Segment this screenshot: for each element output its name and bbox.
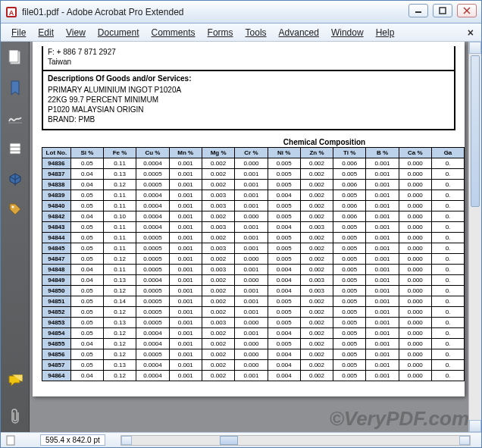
maximize-button[interactable]: [433, 4, 452, 17]
lot-cell: 94848: [42, 265, 71, 275]
value-cell: 0.003: [300, 275, 333, 286]
pdf-page: F: + 886 7 871 2927 Taiwan Descriptions …: [33, 42, 465, 396]
pages-panel-icon[interactable]: [7, 49, 23, 66]
table-row: 948470.050.120.00050.0010.0020.0000.0050…: [42, 254, 465, 265]
layers-icon[interactable]: [7, 140, 23, 157]
tag-icon[interactable]: [7, 201, 23, 218]
menu-forms[interactable]: Forms: [202, 26, 239, 39]
value-cell: 0.002: [300, 169, 333, 180]
attachment-icon[interactable]: [7, 408, 23, 425]
value-cell: 0.006: [333, 211, 366, 222]
value-cell: 0.05: [70, 190, 103, 201]
value-cell: 0.001: [366, 328, 399, 339]
value-cell: 0.001: [366, 201, 399, 211]
value-cell: 0.001: [169, 307, 202, 318]
table-header: Cr %: [235, 148, 268, 158]
value-cell: 0.12: [103, 254, 136, 265]
value-cell: 0.005: [333, 275, 366, 286]
value-cell: 0.05: [70, 243, 103, 254]
value-cell: 0.001: [366, 254, 399, 265]
value-cell: 0.12: [103, 180, 136, 190]
hscroll-thumb[interactable]: [220, 436, 238, 445]
lot-cell: 94849: [42, 275, 71, 286]
table-row: 948560.050.120.00050.0010.0020.0000.0040…: [42, 349, 465, 360]
table-title: Chemical Composition: [33, 138, 465, 146]
minimize-button[interactable]: [408, 4, 428, 17]
value-cell: 0.001: [169, 254, 202, 265]
scroll-up-arrow[interactable]: [469, 42, 481, 54]
value-cell: 0.001: [235, 371, 268, 381]
value-cell: 0.001: [366, 360, 399, 371]
lot-cell: 94853: [42, 318, 71, 328]
table-row: 948380.040.120.00050.0010.0020.0010.0050…: [42, 180, 465, 190]
value-cell: 0.11: [103, 243, 136, 254]
table-header: Ti %: [333, 148, 366, 158]
menu-document[interactable]: Document: [92, 26, 146, 39]
lot-cell: 94850: [42, 286, 71, 296]
menu-window[interactable]: Window: [325, 26, 370, 39]
value-cell: 0.05: [70, 222, 103, 233]
value-cell: 0.000: [399, 233, 431, 243]
menu-edit[interactable]: Edit: [32, 26, 60, 39]
hscroll-right-arrow[interactable]: [459, 436, 470, 445]
value-cell: 0.005: [333, 318, 366, 328]
value-cell: 0.002: [202, 349, 234, 360]
title-bar: A file01.pdf - Adobe Acrobat Pro Extende…: [1, 1, 481, 23]
value-cell: 0.04: [70, 180, 103, 190]
value-cell: 0.000: [399, 158, 431, 169]
value-cell: 0.0004: [136, 275, 169, 286]
hscroll-left-arrow[interactable]: [121, 436, 132, 445]
scroll-down-arrow[interactable]: [469, 420, 481, 432]
value-cell: 0.002: [202, 275, 234, 286]
menu-comments[interactable]: Comments: [146, 26, 202, 39]
value-cell: 0.001: [235, 201, 268, 211]
value-cell: 0.000: [399, 169, 431, 180]
horizontal-scrollbar[interactable]: [121, 435, 471, 446]
value-cell: 0.004: [268, 328, 300, 339]
menu-advanced[interactable]: Advanced: [273, 26, 325, 39]
value-cell: 0.002: [300, 296, 333, 307]
close-document-button[interactable]: ×: [468, 27, 474, 39]
value-cell: 0.005: [268, 307, 300, 318]
menu-help[interactable]: Help: [370, 26, 401, 39]
page-size-box[interactable]: 595.4 x 842.0 pt: [40, 434, 105, 446]
value-cell: 0.002: [300, 349, 333, 360]
value-cell: 0.002: [300, 243, 333, 254]
value-cell: 0.0005: [136, 180, 169, 190]
value-cell: 0.000: [399, 339, 431, 349]
value-cell: 0.11: [103, 158, 136, 169]
value-cell: 0.005: [333, 190, 366, 201]
page-nav-icon[interactable]: [5, 435, 17, 446]
value-cell: 0.002: [202, 211, 234, 222]
value-cell: 0.002: [300, 307, 333, 318]
menu-file[interactable]: File: [5, 26, 32, 39]
value-cell: 0.003: [202, 265, 234, 275]
value-cell: 0.001: [169, 371, 202, 381]
value-cell: 0.0004: [136, 360, 169, 371]
value-cell: 0.: [431, 265, 464, 275]
value-cell: 0.000: [399, 275, 431, 286]
model-tree-icon[interactable]: [7, 171, 23, 187]
bookmark-icon[interactable]: [7, 80, 23, 96]
vertical-scrollbar[interactable]: [468, 42, 481, 432]
value-cell: 0.0005: [136, 307, 169, 318]
value-cell: 0.05: [70, 201, 103, 211]
value-cell: 0.004: [268, 349, 300, 360]
value-cell: 0.: [431, 286, 464, 296]
close-button[interactable]: [457, 4, 477, 17]
value-cell: 0.0005: [136, 233, 169, 243]
table-row: 948440.050.110.00050.0010.0020.0010.0050…: [42, 233, 465, 243]
value-cell: 0.003: [202, 318, 234, 328]
menu-tools[interactable]: Tools: [239, 26, 273, 39]
lot-cell: 94843: [42, 222, 71, 233]
signature-icon[interactable]: [7, 110, 23, 127]
scroll-thumb[interactable]: [471, 55, 480, 207]
value-cell: 0.002: [300, 328, 333, 339]
value-cell: 0.05: [70, 328, 103, 339]
comments-panel-icon[interactable]: [7, 373, 23, 390]
lot-cell: 94838: [42, 180, 71, 190]
lot-cell: 94837: [42, 169, 71, 180]
menu-view[interactable]: View: [60, 26, 92, 39]
value-cell: 0.000: [399, 243, 431, 254]
table-header: Lot No.: [42, 148, 71, 158]
